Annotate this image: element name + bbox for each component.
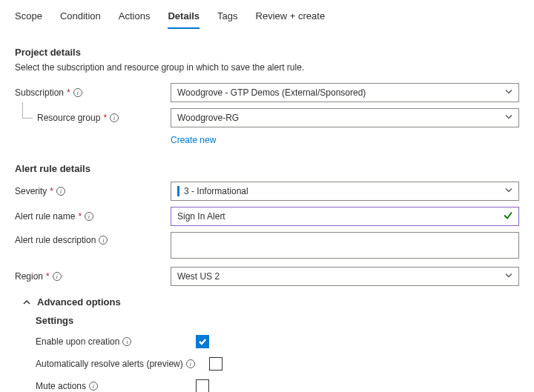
- info-icon[interactable]: i: [53, 272, 62, 281]
- tab-details[interactable]: Details: [168, 7, 200, 29]
- mute-actions-label: Mute actions i: [36, 381, 191, 391]
- info-icon[interactable]: i: [186, 359, 195, 368]
- alert-rule-name-input[interactable]: Sign In Alert: [171, 207, 519, 226]
- tab-tags[interactable]: Tags: [217, 7, 237, 29]
- alert-rule-name-label: Alert rule name * i: [15, 211, 171, 222]
- enable-upon-creation-checkbox[interactable]: [196, 335, 209, 348]
- info-icon[interactable]: i: [56, 187, 65, 196]
- info-icon[interactable]: i: [99, 236, 108, 245]
- severity-label: Severity * i: [15, 186, 171, 196]
- tab-scope[interactable]: Scope: [15, 7, 42, 29]
- create-new-link[interactable]: Create new: [171, 135, 216, 145]
- severity-bar-icon: [177, 186, 179, 196]
- auto-resolve-label: Automatically resolve alerts (preview) i: [36, 359, 205, 369]
- info-icon[interactable]: i: [122, 337, 131, 346]
- info-icon[interactable]: i: [85, 212, 93, 221]
- severity-select[interactable]: 3 - Informational: [171, 182, 519, 201]
- alert-rule-details-title: Alert rule details: [15, 163, 519, 174]
- info-icon[interactable]: i: [89, 382, 98, 391]
- project-details-title: Project details: [15, 47, 519, 58]
- tab-review-create[interactable]: Review + create: [256, 7, 326, 29]
- project-details-subtitle: Select the subscription and resource gro…: [15, 62, 519, 73]
- resource-group-label: Resource group * i: [15, 113, 171, 123]
- tab-actions[interactable]: Actions: [119, 7, 151, 29]
- auto-resolve-checkbox[interactable]: [209, 357, 222, 371]
- tab-condition[interactable]: Condition: [60, 7, 101, 29]
- advanced-options-toggle[interactable]: Advanced options: [22, 296, 519, 308]
- mute-actions-checkbox[interactable]: [196, 379, 209, 392]
- subscription-label: Subscription * i: [15, 87, 171, 98]
- region-select[interactable]: West US 2: [171, 267, 519, 286]
- alert-rule-description-label: Alert rule description i: [15, 232, 171, 245]
- enable-upon-creation-label: Enable upon creation i: [36, 336, 191, 347]
- region-label: Region * i: [15, 271, 171, 282]
- chevron-up-icon: [22, 298, 31, 307]
- subscription-select[interactable]: Woodgrove - GTP Demos (External/Sponsore…: [171, 83, 519, 102]
- settings-title: Settings: [36, 315, 519, 326]
- wizard-tabs: Scope Condition Actions Details Tags Rev…: [15, 7, 519, 29]
- info-icon[interactable]: i: [73, 88, 82, 97]
- resource-group-select[interactable]: Woodgrove-RG: [171, 108, 519, 127]
- info-icon[interactable]: i: [110, 113, 119, 122]
- alert-rule-description-input[interactable]: [171, 232, 519, 259]
